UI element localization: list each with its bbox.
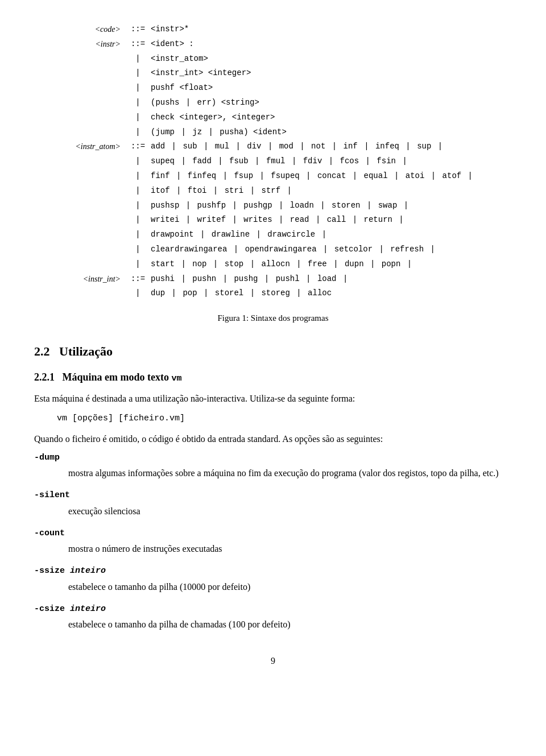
option-ssize: -ssize inteiro estabelece o tamanho da p… [34, 565, 512, 594]
grammar-row: | writei | writef | writes | read | call… [34, 213, 512, 227]
grammar-lhs: <instr_int> [34, 272, 125, 286]
option-ssize-desc: estabelece o tamanho da pilha (10000 por… [68, 580, 512, 594]
grammar-op: | [125, 52, 151, 66]
option-csize-name: -csize inteiro [34, 603, 512, 616]
grammar-row: <instr> ::= <ident> : [34, 38, 512, 51]
grammar-rhs: finf | finfeq | fsup | fsupeq | concat |… [151, 170, 512, 183]
grammar-row: | pushsp | pushfp | pushgp | loadn | sto… [34, 199, 512, 213]
grammar-row: <instr_atom> ::= add | sub | mul | div |… [34, 140, 512, 154]
page-number: 9 [34, 654, 512, 668]
grammar-rhs: dup | pop | storel | storeg | alloc [151, 287, 512, 300]
grammar-lhs: <instr_atom> [34, 140, 125, 154]
grammar-rhs: pushsp | pushfp | pushgp | loadn | store… [151, 199, 512, 213]
option-silent-name: -silent [34, 489, 512, 502]
grammar-rhs: <instr_int> <integer> [151, 67, 512, 80]
grammar-op: | [125, 213, 151, 227]
grammar-row: | check <integer>, <integer> [34, 111, 512, 125]
grammar-op: | [125, 199, 151, 213]
section-title: Utilização [59, 344, 113, 358]
grammar-rhs: <instr>* [151, 23, 512, 36]
grammar-row: | <instr_atom> [34, 52, 512, 66]
grammar-rhs: check <integer>, <integer> [151, 111, 512, 125]
grammar-op: ::= [125, 140, 151, 154]
grammar-op: | [125, 96, 151, 110]
option-csize-desc: estabelece o tamanho da pilha de chamada… [68, 618, 512, 631]
option-csize-italic: inteiro [70, 604, 106, 614]
grammar-row: | <instr_int> <integer> [34, 67, 512, 80]
grammar-row: | supeq | fadd | fsub | fmul | fdiv | fc… [34, 155, 512, 168]
command-block: vm [opções] [ficheiro.vm] [57, 412, 512, 425]
option-count-desc: mostra o número de instruções executadas [68, 542, 512, 556]
grammar-table: <code> ::= <instr>* <instr> ::= <ident> … [34, 23, 512, 300]
grammar-rhs: supeq | fadd | fsub | fmul | fdiv | fcos… [151, 155, 512, 168]
grammar-rhs: (jump | jz | pusha) <ident> [151, 126, 512, 139]
grammar-op: | [125, 228, 151, 242]
when-omitted-paragraph: Quando o ficheiro é omitido, o código é … [34, 432, 512, 446]
option-csize: -csize inteiro estabelece o tamanho da p… [34, 603, 512, 632]
subsection-title: Máquina em modo texto [63, 371, 169, 383]
option-dump-desc: mostra algumas informações sobre a máqui… [68, 466, 512, 480]
subsection-code: vm [172, 374, 182, 383]
grammar-op: | [125, 111, 151, 125]
grammar-rhs: pushf <float> [151, 81, 512, 95]
option-silent: -silent execução silenciosa [34, 489, 512, 518]
grammar-row: | (pushs | err) <string> [34, 96, 512, 110]
grammar-op: | [125, 67, 151, 80]
grammar-op: | [125, 258, 151, 271]
option-ssize-italic: inteiro [70, 566, 106, 576]
grammar-row: <code> ::= <instr>* [34, 23, 512, 36]
grammar-op: ::= [125, 23, 151, 36]
grammar-lhs: <code> [34, 23, 125, 36]
grammar-op: | [125, 155, 151, 168]
grammar-row: <instr_int> ::= pushi | pushn | pushg | … [34, 272, 512, 286]
grammar-row: | start | nop | stop | allocn | free | d… [34, 258, 512, 271]
grammar-rhs: itof | ftoi | stri | strf | [151, 184, 512, 198]
grammar-row: | cleardrawingarea | opendrawingarea | s… [34, 243, 512, 257]
grammar-row: | drawpoint | drawline | drawcircle | [34, 228, 512, 242]
subsection-vm-text: 2.2.1 Máquina em modo texto vm Esta máqu… [34, 370, 512, 632]
grammar-rhs: <ident> : [151, 38, 512, 51]
grammar-row: | pushf <float> [34, 81, 512, 95]
grammar-lhs: <instr> [34, 38, 125, 51]
grammar-rhs: writei | writef | writes | read | call |… [151, 213, 512, 227]
section-number: 2.2 [34, 344, 50, 358]
grammar-rhs: drawpoint | drawline | drawcircle | [151, 228, 512, 242]
grammar-row: | dup | pop | storel | storeg | alloc [34, 287, 512, 300]
grammar-rhs: add | sub | mul | div | mod | not | inf … [151, 140, 512, 154]
option-ssize-name: -ssize inteiro [34, 565, 512, 578]
option-silent-desc: execução silenciosa [68, 505, 512, 518]
subsection-heading: 2.2.1 Máquina em modo texto vm [34, 370, 512, 386]
grammar-rhs: <instr_atom> [151, 52, 512, 66]
subsection-number: 2.2.1 [34, 371, 55, 383]
grammar-rhs: (pushs | err) <string> [151, 96, 512, 110]
grammar-op: | [125, 243, 151, 257]
grammar-op: | [125, 170, 151, 183]
grammar-row: | itof | ftoi | stri | strf | [34, 184, 512, 198]
option-dump: -dump mostra algumas informações sobre a… [34, 452, 512, 481]
grammar-row: | (jump | jz | pusha) <ident> [34, 126, 512, 139]
section-heading: 2.2 Utilização [34, 342, 512, 361]
grammar-op: | [125, 81, 151, 95]
section-utilizacao: 2.2 Utilização 2.2.1 Máquina em modo tex… [34, 342, 512, 632]
grammar-section: <code> ::= <instr>* <instr> ::= <ident> … [34, 23, 512, 325]
grammar-rhs: start | nop | stop | allocn | free | dup… [151, 258, 512, 271]
grammar-row: | finf | finfeq | fsup | fsupeq | concat… [34, 170, 512, 183]
option-count-name: -count [34, 527, 512, 540]
grammar-rhs: cleardrawingarea | opendrawingarea | set… [151, 243, 512, 257]
grammar-op: ::= [125, 272, 151, 286]
intro-paragraph: Esta máquina é destinada a uma utilizaçã… [34, 392, 512, 406]
option-dump-name: -dump [34, 452, 512, 465]
figure-caption: Figura 1: Sintaxe dos programas [34, 312, 512, 325]
grammar-op: | [125, 126, 151, 139]
grammar-op: ::= [125, 38, 151, 51]
grammar-op: | [125, 287, 151, 300]
option-count: -count mostra o número de instruções exe… [34, 527, 512, 556]
grammar-rhs: pushi | pushn | pushg | pushl | load | [151, 272, 512, 286]
grammar-op: | [125, 184, 151, 198]
